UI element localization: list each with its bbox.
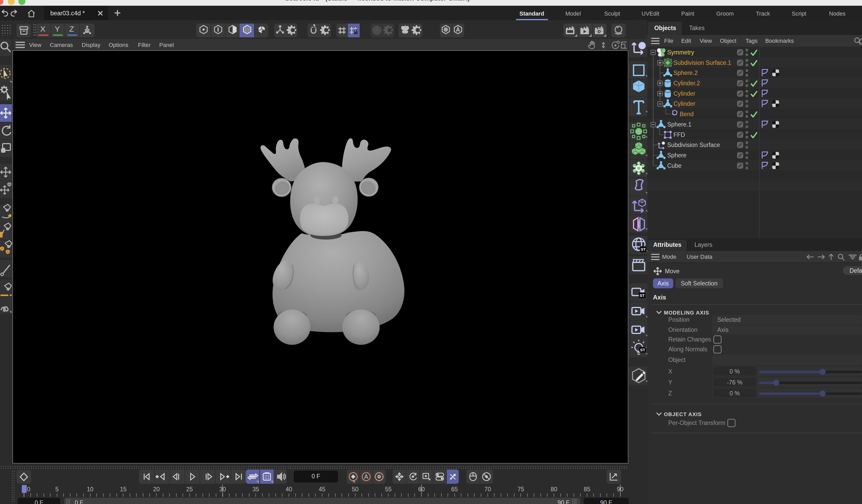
svg-text:Bend: Bend: [680, 111, 694, 117]
svg-text:OBJECT AXIS: OBJECT AXIS: [664, 411, 702, 417]
svg-text:Axis: Axis: [717, 327, 729, 333]
svg-text:Cylinder: Cylinder: [674, 90, 695, 97]
svg-text:Retain Changes: Retain Changes: [668, 336, 711, 343]
svg-text:Defa: Defa: [850, 267, 862, 274]
svg-text:Z: Z: [668, 390, 672, 397]
svg-text:ST: ST: [641, 247, 645, 251]
svg-text:Sphere.2: Sphere.2: [674, 69, 697, 76]
svg-text:0 %: 0 %: [730, 390, 740, 397]
svg-text:Position: Position: [668, 316, 690, 323]
svg-text:ST: ST: [640, 348, 645, 352]
svg-text:Subdivision Surface.1: Subdivision Surface.1: [674, 59, 731, 66]
svg-text:Move: Move: [665, 268, 679, 275]
svg-text:0 %: 0 %: [730, 368, 740, 375]
svg-text:Symmetry: Symmetry: [667, 49, 694, 56]
svg-text:Sphere.1: Sphere.1: [667, 121, 691, 128]
svg-text:Orientation: Orientation: [668, 327, 697, 333]
svg-text:Axis: Axis: [657, 280, 668, 287]
svg-text:X: X: [668, 368, 672, 375]
svg-text:Y: Y: [668, 379, 672, 386]
svg-text:Cylinder: Cylinder: [674, 100, 695, 107]
svg-text:Subdivision Surface: Subdivision Surface: [667, 142, 720, 148]
svg-text:Per-Object Transform: Per-Object Transform: [668, 420, 725, 426]
svg-text:A: A: [364, 474, 368, 480]
svg-text:Object: Object: [668, 357, 685, 363]
svg-text:MODELING AXIS: MODELING AXIS: [664, 310, 709, 316]
svg-text:ST: ST: [640, 293, 644, 297]
svg-text:Sphere: Sphere: [667, 152, 687, 159]
svg-text:Cylinder.2: Cylinder.2: [674, 80, 700, 87]
svg-text:Along Normals: Along Normals: [668, 346, 707, 353]
svg-text:-76 %: -76 %: [727, 379, 743, 386]
svg-text:Axis: Axis: [653, 294, 666, 301]
svg-text:Cube: Cube: [667, 162, 681, 169]
svg-text:Selected: Selected: [717, 316, 741, 323]
svg-text:Soft Selection: Soft Selection: [681, 280, 718, 287]
svg-text:FFD: FFD: [674, 131, 685, 138]
